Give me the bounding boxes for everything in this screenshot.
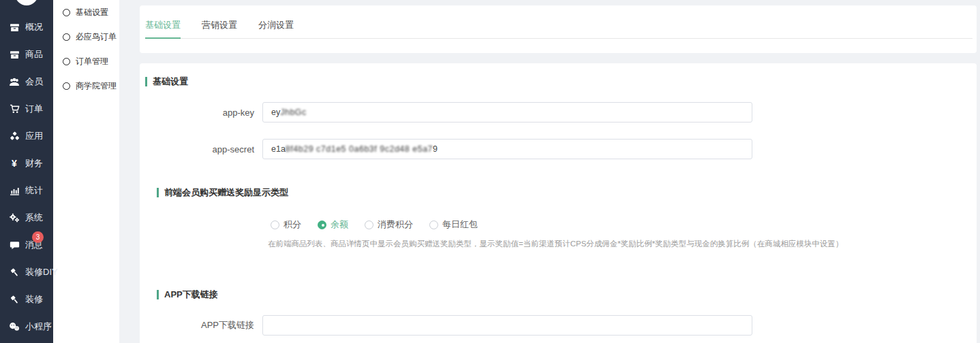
sidebar-item-label: 小程序 [25,321,52,333]
tab-basic-settings[interactable]: 基础设置 [145,20,181,39]
sidebar-item-label: 订单 [25,103,43,115]
section-title-basic: 基础设置 [145,76,977,88]
masked-value: JhbGc [280,108,307,117]
submenu-item-academy-management[interactable]: 商学院管理 [53,74,119,98]
tabs-card: 基础设置 营销设置 分润设置 [140,5,977,53]
submenu-item-label: 基础设置 [76,7,108,18]
radio-icon [365,220,373,229]
submenu-item-basic-settings[interactable]: 基础设置 [53,0,119,24]
submenu-item-order-management[interactable]: 订单管理 [53,49,119,74]
app-secret-row: app-secret e1a8f4b29 c7d1e5 0a6b3f 9c2d4… [140,139,977,159]
radio-icon [271,220,279,229]
sidebar-item-system[interactable]: 系统 [0,204,53,231]
sidebar-item-orders[interactable]: 订单 [0,95,53,122]
tab-marketing-settings[interactable]: 营销设置 [202,20,237,39]
admin-app: 概况 商品 会员 订单 [0,0,980,343]
main-content: 基础设置 营销设置 分润设置 基础设置 app-key eyJhbGc app-… [140,5,977,343]
sidebar-item-overview[interactable]: 概况 [0,14,53,41]
reward-help-text: 在前端商品列表、商品详情页中显示会员购买赠送奖励类型，显示奖励值=当前渠道预计C… [262,239,843,249]
app-link-row: APP下载链接 [140,315,977,336]
circle-icon [63,82,70,90]
sidebar-item-diy[interactable]: 装修DIY [0,259,53,286]
reward-type-radio-group: 积分 余额 消费积分 每日红包 [262,218,494,231]
main-nav: 概况 商品 会员 订单 [0,0,53,340]
main-sidebar: 概况 商品 会员 订单 [0,0,53,343]
sidebar-item-apps[interactable]: 应用 [0,122,53,150]
circle-icon [63,58,70,65]
sidebar-item-goods[interactable]: 商品 [0,41,53,68]
submenu-item-biyingniao-orders[interactable]: 必应鸟订单 [53,24,119,49]
app-key-row: app-key eyJhbGc [140,102,977,122]
submenu-item-label: 必应鸟订单 [76,31,117,43]
masked-value: 8f4b29 c7d1e5 0a6b3f 9c2d48 e5a7 [286,144,433,154]
app-secret-label: app-secret [140,144,262,154]
submenu-item-label: 订单管理 [76,56,108,67]
finance-icon: ¥ [9,158,20,169]
section-bar [157,290,159,299]
sidebar-item-label: 概况 [25,21,43,33]
section-title-reward-display: 前端会员购买赠送奖励显示类型 [157,186,977,199]
section-bar [157,188,159,197]
radio-selected-icon [318,220,326,229]
radio-icon [429,220,438,229]
radio-consume-points[interactable]: 消费积分 [365,218,413,231]
app-key-label: app-key [140,108,262,118]
reward-type-row: 积分 余额 消费积分 每日红包 [140,218,977,231]
tab-profit-settings[interactable]: 分润设置 [258,20,294,39]
app-link-input[interactable] [262,315,752,336]
sidebar-item-label: 会员 [25,76,43,88]
sidebar-item-label: 应用 [25,130,43,142]
circle-icon [63,9,70,16]
sidebar-item-label: 装修 [25,293,43,306]
sidebar-item-messages[interactable]: 消息 3 [0,231,53,259]
sidebar-item-label: 系统 [25,212,43,224]
decorate-icon [9,294,20,305]
app-link-label: APP下载链接 [140,319,262,331]
radio-points[interactable]: 积分 [271,218,301,231]
sidebar-item-label: 商品 [25,48,43,61]
app-key-input[interactable]: eyJhbGc [262,102,752,122]
overview-icon [9,22,20,33]
radio-daily-redpacket[interactable]: 每日红包 [429,218,478,231]
diy-icon [9,267,20,278]
sidebar-item-label: 装修DIY [25,266,58,278]
sidebar-item-finance[interactable]: ¥ 财务 [0,150,53,177]
circle-icon [63,33,70,41]
section-title-app-link: APP下载链接 [157,289,977,301]
tab-bar: 基础设置 营销设置 分润设置 [145,5,973,39]
sidebar-item-miniprogram[interactable]: 小程序 [0,313,53,340]
system-icon [9,212,20,223]
section-bar [145,77,147,86]
stats-icon [9,185,20,196]
goods-icon [9,49,20,60]
sidebar-item-members[interactable]: 会员 [0,68,53,95]
message-count-badge: 3 [32,231,44,243]
apps-icon [9,131,20,142]
submenu-item-label: 商学院管理 [76,80,117,92]
settings-card: 基础设置 app-key eyJhbGc app-secret e1a8f4b2… [140,63,977,343]
members-icon [9,76,20,87]
sub-sidebar: 基础设置 必应鸟订单 订单管理 商学院管理 [53,0,119,343]
sidebar-item-decorate[interactable]: 装修 [0,286,53,313]
sidebar-item-label: 统计 [25,184,43,197]
miniprogram-icon [9,321,20,332]
orders-icon [9,103,20,114]
reward-help-row: 在前端商品列表、商品详情页中显示会员购买赠送奖励类型，显示奖励值=当前渠道预计C… [140,239,977,249]
radio-balance[interactable]: 余额 [318,218,348,231]
sidebar-item-label: 财务 [25,157,43,169]
sidebar-item-stats[interactable]: 统计 [0,177,53,204]
app-secret-input[interactable]: e1a8f4b29 c7d1e5 0a6b3f 9c2d48 e5a79 [262,139,752,159]
messages-icon [9,240,20,250]
